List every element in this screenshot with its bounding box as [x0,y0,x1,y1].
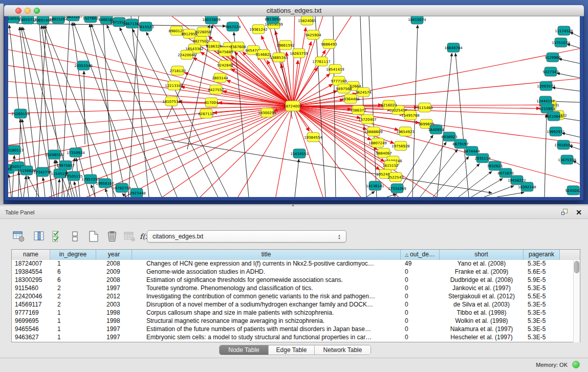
cell-name[interactable]: 9463627 [12,334,50,342]
table-row[interactable]: 911546021997Tourette syndrome. Phenomeno… [12,285,580,293]
cell-short[interactable]: Hescheler et al. (1997) [440,334,524,342]
column-header-name[interactable]: name [12,250,50,260]
yellow-node[interactable]: 19384554 [304,133,322,142]
yellow-node[interactable]: 15720407 [358,115,377,124]
cell-short[interactable]: Stergiakouli et al. (2012) [440,293,524,301]
cell-pagerank[interactable]: 5.3E-5 [524,260,560,268]
teal-node[interactable]: 25269159 [11,109,30,118]
teal-node[interactable]: 11675339 [558,155,576,164]
table-options-icon[interactable] [11,229,27,244]
cell-title[interactable]: Tourette syndrome. Phenomenology and cla… [132,285,401,293]
cell-title[interactable]: Estimation of the future numbers of pati… [132,325,401,334]
cell-year[interactable]: 2012 [96,293,132,301]
network-canvas[interactable]: 8960123891295582260589827503165433628186… [8,16,580,197]
cell-name[interactable]: 9465546 [12,325,50,334]
cell-short[interactable]: Tibbo et al. (1998) [440,309,524,317]
teal-node[interactable]: 16648784 [444,43,463,52]
table-select-dropdown[interactable]: citations_edges.txt ▲▼ [147,230,346,243]
cell-pagerank[interactable]: 5.3E-5 [524,309,560,317]
cell-name[interactable]: 9115460 [12,285,50,293]
select-checks-icon[interactable] [50,229,66,244]
teal-node[interactable]: 8813054 [265,16,281,24]
yellow-node[interactable]: 9115460 [417,103,432,112]
cell-short[interactable]: Nakamura et al. (1997) [440,325,524,334]
tab-edge-table[interactable]: Edge Table [269,345,315,355]
cell-name[interactable]: 9699695 [12,317,50,325]
teal-node[interactable]: 18415074 [408,16,426,24]
cell-name[interactable]: 14569117 [12,301,50,309]
yellow-node[interactable]: 2718120 [169,66,185,75]
yellow-node[interactable]: 9146821 [255,50,271,59]
cell-in_degree[interactable]: 1 [50,260,96,268]
yellow-node[interactable]: 9886493 [321,39,337,49]
teal-node[interactable]: 7615523 [138,22,154,31]
cell-out_de[interactable]: 0 [401,325,440,334]
cell-pagerank[interactable]: 5.3E-5 [524,301,560,309]
cell-in_degree[interactable]: 6 [50,268,96,276]
cell-year[interactable]: 2003 [96,301,132,309]
yellow-node[interactable]: 17761117 [312,57,331,66]
teal-node[interactable]: 9227343 [542,67,558,76]
cell-name[interactable]: 19384554 [12,268,50,276]
yellow-node[interactable]: 9497568 [336,84,352,93]
table-row[interactable]: 969969511998Structural magnetic resonanc… [12,317,580,325]
cell-title[interactable]: Structural magnetic resonance image aver… [132,317,401,325]
cell-title[interactable]: Investigating the contribution of common… [132,293,401,301]
cell-out_de[interactable]: 0 [401,285,440,293]
cell-title[interactable]: Disruption of a novel member of a sodium… [132,301,401,309]
cell-name[interactable]: 22420046 [12,293,50,301]
yellow-node[interactable]: 7386372 [350,105,366,115]
teal-node[interactable]: 20160113 [8,145,24,155]
cell-title[interactable]: Corpus callosum shape and size in male p… [132,309,401,317]
cell-name[interactable]: 18300295 [12,276,50,285]
float-panel-icon[interactable] [561,209,569,216]
hub-node[interactable]: 18724007 [284,101,302,111]
cell-short[interactable]: Wolkin et al. (1998) [440,317,524,325]
teal-node[interactable]: 17334269 [388,184,406,193]
column-header-in_degree[interactable]: in_degree [50,250,96,260]
table-row[interactable]: 946554611997Estimation of the future num… [12,325,580,334]
yellow-node[interactable]: 817004 [205,98,219,107]
table-row[interactable]: 977716911998Corpus callosum shape and si… [12,309,580,317]
new-document-icon[interactable] [86,229,101,244]
tab-network-table[interactable]: Network Table [315,345,371,355]
column-header-year[interactable]: year [96,250,132,260]
memory-status-indicator[interactable] [572,361,580,368]
cell-name[interactable]: 18724007 [12,260,50,268]
teal-node[interactable]: 1640954 [428,125,444,134]
yellow-node[interactable]: 18107534 [162,97,181,106]
teal-node[interactable]: 9129966 [545,53,561,62]
network-window-titlebar[interactable]: citations_edges.txt [4,5,584,16]
table-row[interactable]: 1830029562008Estimation of significance … [12,276,580,285]
teal-node[interactable]: 12093572 [537,81,555,91]
cell-pagerank[interactable]: 5.3E-5 [524,334,560,342]
teal-node[interactable]: 9245042 [565,186,580,195]
yellow-node[interactable]: 15824065 [298,16,316,25]
teal-node[interactable]: 15751074 [552,38,570,47]
yellow-node[interactable]: 9242848 [217,60,233,70]
cell-out_de[interactable]: 0 [401,309,440,317]
table-vertical-scrollbar[interactable] [573,260,580,342]
cell-in_degree[interactable]: 1 [50,309,96,317]
cell-short[interactable]: Yano et al. (2008) [440,260,524,268]
cell-year[interactable]: 1998 [96,317,132,325]
table-row[interactable]: 1938455462009Genome-wide association stu… [12,268,580,276]
cell-year[interactable]: 2008 [96,276,132,285]
yellow-node[interactable]: 2522543 [387,172,403,182]
yellow-node[interactable]: 2803144 [212,73,228,82]
teal-node[interactable]: 1527602 [82,16,98,23]
cell-year[interactable]: 1997 [96,334,132,342]
close-panel-icon[interactable]: ✕ [576,208,582,217]
cell-short[interactable]: Jankovic et al. (1997) [440,285,524,293]
yellow-node[interactable]: 6216023 [381,100,397,110]
cell-title[interactable]: Estimation of significance thresholds fo… [132,276,401,285]
show-column-icon[interactable] [32,229,47,244]
cell-pagerank[interactable]: 5.3E-5 [524,285,560,293]
teal-node[interactable]: 15434551 [290,149,309,158]
row-toggle-icon[interactable] [68,229,83,244]
cell-year[interactable]: 2008 [96,260,132,268]
cell-out_de[interactable]: 49 [401,260,440,268]
cell-pagerank[interactable]: 5.5E-5 [524,293,560,301]
yellow-node[interactable]: 9475685 [217,47,233,56]
yellow-node[interactable]: 9425904 [305,30,321,39]
